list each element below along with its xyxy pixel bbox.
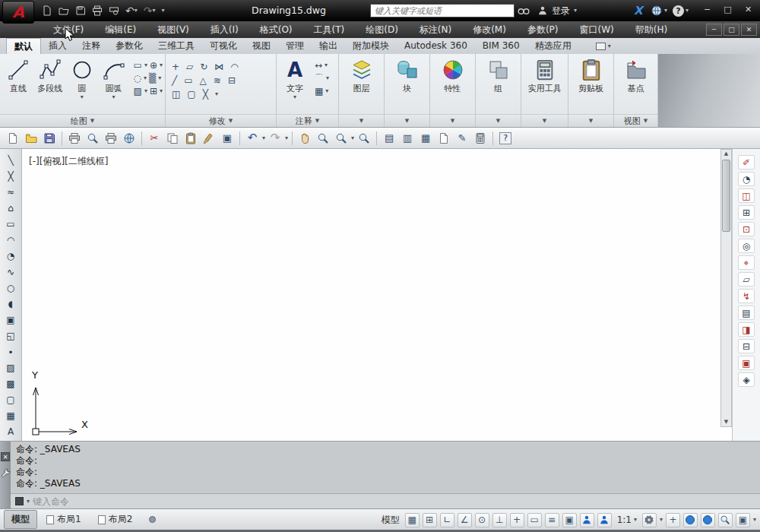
workspace-switching-button[interactable]: [642, 513, 657, 527]
panel-flyout-icon[interactable]: ▼: [496, 118, 500, 124]
doc-minimize-button[interactable]: ─: [706, 24, 722, 36]
menu-insert[interactable]: 插入(I): [200, 21, 249, 38]
ribbon-minimize-button[interactable]: ▾: [596, 38, 611, 54]
clean-screen-button[interactable]: ▣: [736, 513, 750, 527]
tool-palettes-button[interactable]: ▦: [417, 130, 434, 147]
chevron-down-icon[interactable]: ▾: [144, 62, 147, 68]
offset-tool-icon[interactable]: ▢: [187, 90, 195, 99]
menu-format[interactable]: 格式(O): [249, 21, 303, 38]
paste-button[interactable]: [182, 130, 199, 147]
save-button[interactable]: [73, 2, 88, 19]
menu-parametric[interactable]: 参数(P): [517, 21, 569, 38]
exchange-apps-button[interactable]: X: [634, 0, 643, 21]
command-dock-strip[interactable]: ✕: [0, 442, 11, 509]
plot-button[interactable]: [66, 130, 83, 147]
text-button[interactable]: A 文字 ▾: [279, 57, 311, 100]
nav-window-icon[interactable]: ▣: [738, 356, 755, 370]
qat-customize-button[interactable]: ▾: [160, 2, 167, 19]
menu-view[interactable]: 视图(V): [147, 21, 200, 38]
nav-orbit-icon[interactable]: ◔: [738, 172, 755, 186]
polar-toggle[interactable]: ∠: [458, 513, 472, 527]
redo-button[interactable]: ↷▾: [141, 2, 158, 19]
tool-region-icon[interactable]: ▢: [3, 392, 18, 407]
etransmit-button[interactable]: [121, 130, 138, 147]
cut-button[interactable]: ✂: [146, 130, 163, 147]
doc-close-button[interactable]: ✕: [741, 24, 757, 36]
chevron-down-icon[interactable]: ▾: [144, 88, 147, 94]
model-tab[interactable]: 模型: [4, 510, 37, 529]
tool-spline-icon[interactable]: ∿: [3, 264, 18, 279]
nav-target-icon[interactable]: ⌖: [738, 255, 755, 270]
panel-flyout-icon[interactable]: ▼: [451, 118, 454, 124]
chevron-down-icon[interactable]: ▾: [144, 75, 147, 81]
properties-palette-button[interactable]: ▤: [381, 130, 397, 147]
menu-help[interactable]: 帮助(H): [625, 21, 678, 38]
panel-annotate-label[interactable]: 注释▼: [277, 114, 338, 127]
panel-view[interactable]: 基点 视图▼: [614, 54, 658, 127]
scroll-down-button[interactable]: ▼: [724, 420, 728, 425]
zoom-dropdown-icon[interactable]: ▾: [351, 135, 354, 141]
scrollbar-thumb[interactable]: [722, 160, 730, 232]
open-button[interactable]: [23, 130, 40, 147]
arc-dropdown-icon[interactable]: ▾: [112, 94, 116, 100]
stretch-tool-icon[interactable]: ≋: [214, 76, 221, 85]
chevron-down-icon[interactable]: ▾: [160, 62, 163, 68]
tab-autodesk-360[interactable]: Autodesk 360: [397, 38, 475, 54]
status-menu-icon[interactable]: ▾: [753, 517, 756, 523]
tab-addins[interactable]: 附加模块: [345, 38, 397, 54]
tab-output[interactable]: 输出: [312, 38, 345, 54]
vertical-scrollbar[interactable]: ▲ ▼: [720, 149, 732, 427]
menu-draw[interactable]: 绘图(D): [355, 21, 409, 38]
menu-edit[interactable]: 编辑(E): [94, 21, 147, 38]
doc-restore-button[interactable]: □: [724, 24, 739, 36]
tab-3d-tools[interactable]: 三维工具: [150, 38, 202, 54]
chevron-down-icon[interactable]: ▾: [326, 75, 329, 81]
annotation-monitor-toggle[interactable]: [580, 513, 594, 527]
hardware-acceleration-button[interactable]: [701, 513, 715, 527]
undo-dropdown-icon[interactable]: ▾: [262, 135, 265, 141]
communication-center-button[interactable]: ▾: [651, 0, 667, 21]
chevron-down-icon[interactable]: ▾: [215, 91, 218, 97]
panel-properties[interactable]: 特性 ▼: [430, 54, 476, 127]
save-button[interactable]: [41, 130, 58, 147]
match-properties-button[interactable]: [201, 130, 217, 147]
tab-parametric[interactable]: 参数化: [108, 38, 150, 54]
panel-flyout-icon[interactable]: ▼: [405, 118, 409, 124]
command-input[interactable]: [33, 496, 760, 507]
polyline-button[interactable]: 多段线: [34, 57, 66, 94]
nav-viewcube-icon[interactable]: ◫: [738, 188, 755, 203]
panel-modify-label[interactable]: 修改▼: [166, 114, 276, 127]
nav-sheet-icon[interactable]: ▤: [738, 306, 755, 320]
undo-dropdown-icon[interactable]: ▾: [135, 8, 138, 14]
tool-arc-icon[interactable]: ◠: [3, 233, 18, 247]
gradient-tool-icon[interactable]: ▒: [149, 74, 156, 83]
tab-view[interactable]: 视图: [245, 38, 278, 54]
markup-button[interactable]: ✎: [454, 130, 470, 147]
open-button[interactable]: [56, 2, 71, 19]
osnap-toggle[interactable]: ⊙: [475, 513, 489, 527]
dyn-toggle[interactable]: ▭: [527, 513, 542, 527]
otrack-toggle[interactable]: +: [510, 513, 524, 527]
publish-button[interactable]: [103, 130, 119, 147]
zoom-realtime-button[interactable]: [315, 130, 331, 147]
search-input[interactable]: [370, 4, 515, 17]
quick-properties-toggle[interactable]: ▣: [562, 513, 577, 527]
boundary-tool-icon[interactable]: ⊞: [150, 87, 157, 96]
quick-calc-button[interactable]: [472, 130, 489, 147]
scroll-up-button[interactable]: ▲: [724, 151, 728, 157]
copy-tool-icon[interactable]: ▱: [186, 62, 193, 71]
block-editor-button[interactable]: ▣: [219, 130, 236, 147]
delete-tool-icon[interactable]: ╳: [203, 90, 208, 99]
tool-insert-block-icon[interactable]: ▣: [3, 312, 18, 327]
nav-section-icon[interactable]: ◨: [738, 322, 755, 337]
tab-featured-apps[interactable]: 精选应用: [527, 38, 579, 54]
tool-revision-cloud-icon[interactable]: ◔: [3, 249, 18, 263]
panel-view-label[interactable]: 视图▼: [614, 114, 657, 127]
scale-tool-icon[interactable]: △: [200, 76, 207, 85]
zoom-previous-button[interactable]: [356, 130, 372, 147]
tool-ellipse-arc-icon[interactable]: ◖: [3, 296, 18, 311]
new-button[interactable]: [40, 2, 55, 19]
osnap-3d-toggle[interactable]: ⊥: [492, 513, 507, 527]
model-space-button[interactable]: 模型: [379, 514, 402, 527]
tool-table-icon[interactable]: ▦: [3, 408, 18, 423]
